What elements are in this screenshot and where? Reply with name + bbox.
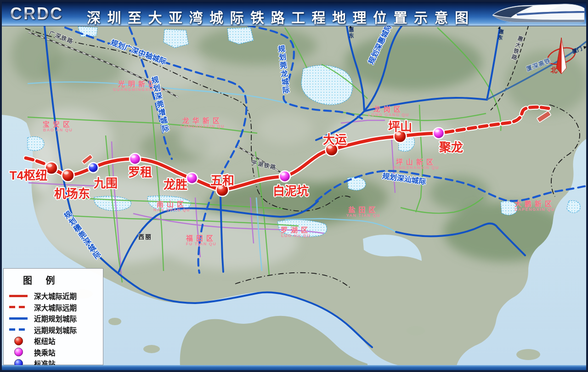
train-icon [489, 3, 585, 26]
legend-swatch-reddash [9, 306, 28, 308]
station-五和 [216, 184, 229, 197]
page-title: 深圳至大亚湾城际铁路工程地理位置示意图 [87, 6, 475, 27]
station-白泥坑 [279, 171, 290, 182]
legend-item-2: 近期规划城际 [9, 313, 97, 324]
bottom-bar [2, 365, 586, 370]
legend-item-0: 深大城际近期 [9, 290, 97, 302]
legend-swatch-redsolid [9, 295, 28, 297]
legend-item-1: 深大城际远期 [9, 302, 97, 313]
station-坪山 [394, 130, 407, 143]
legend-label: 深大城际远期 [34, 302, 77, 312]
station-聚龙 [433, 128, 444, 139]
station-机场东 [62, 169, 74, 182]
map-screenshot: T4枢纽机场东九围罗租龙胜五和白泥坑大运坪山聚龙宝安区BAO AN QU光明新区… [0, 0, 588, 372]
station-九围 [88, 163, 98, 173]
legend-label: 换乘站 [34, 347, 56, 357]
legend-item-3: 远期规划城际 [9, 324, 97, 336]
legend-swatch-bluedash [9, 328, 28, 331]
legend-swatch-hub [14, 337, 23, 345]
legend-label: 远期规划城际 [34, 325, 77, 335]
legend-title: 图 例 [23, 273, 97, 287]
legend-box: 图 例 深大城际近期深大城际远期近期规划城际远期规划城际枢纽站换乘站标准站 [3, 268, 103, 365]
crdc-logo: CRDC [10, 4, 63, 23]
header-bar: CRDC 深圳至大亚湾城际铁路工程地理位置示意图 [2, 2, 586, 26]
legend-swatch-xfer [14, 348, 23, 356]
legend-swatch-bluesolid [9, 317, 28, 320]
station-龙胜 [187, 173, 198, 184]
station-T4枢纽 [45, 162, 58, 175]
legend-items: 深大城际近期深大城际远期近期规划城际远期规划城际枢纽站换乘站标准站 [9, 290, 97, 369]
legend-label: 枢纽站 [34, 336, 56, 346]
station-大运 [326, 144, 338, 156]
legend-item-5: 换乘站 [9, 347, 97, 358]
station-罗租 [130, 153, 141, 164]
legend-label: 深大城际近期 [34, 291, 77, 301]
legend-item-4: 枢纽站 [9, 335, 97, 347]
legend-label: 近期规划城际 [34, 313, 77, 323]
